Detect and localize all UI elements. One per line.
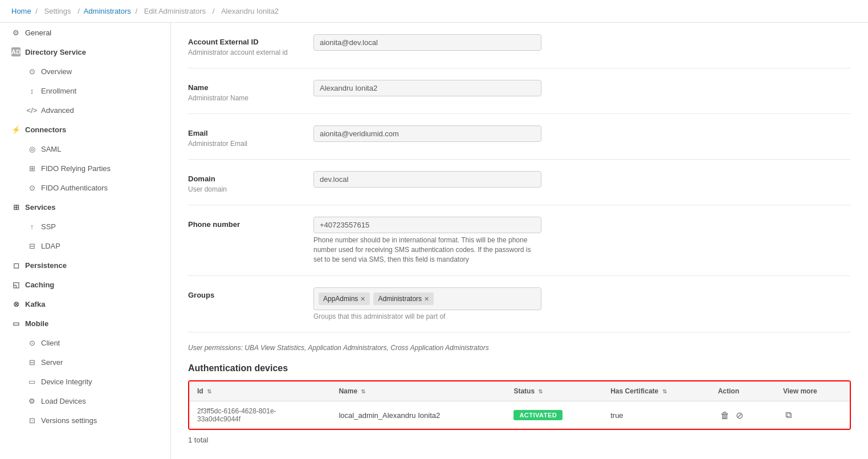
sort-id-icon: ⇅	[207, 388, 211, 395]
status-badge: ACTIVATED	[514, 410, 563, 420]
group-tag-appadmins-remove[interactable]: ✕	[360, 295, 365, 303]
name-sublabel: Administrator Name	[188, 94, 302, 102]
breadcrumb-administrators[interactable]: Administrators	[84, 7, 131, 15]
sidebar-item-saml[interactable]: ◎ SAML	[0, 139, 170, 159]
view-more-button[interactable]: ⧉	[783, 409, 794, 421]
sidebar-item-versions-settings[interactable]: ⊡ Versions settings	[0, 411, 170, 430]
cell-status: ACTIVATED	[506, 401, 602, 429]
sidebar-item-services[interactable]: ⊞ Services	[0, 197, 170, 217]
domain-label: Domain	[188, 174, 302, 183]
services-icon: ⊞	[11, 202, 21, 212]
email-input[interactable]	[313, 125, 541, 142]
groups-sublabel: Groups that this administrator will be p…	[313, 312, 541, 320]
col-action: Action	[710, 381, 775, 401]
sidebar-item-fido-relying-parties[interactable]: ⊞ FIDO Relying Parties	[0, 159, 170, 178]
sort-cert-icon: ⇅	[662, 388, 667, 395]
device-integrity-icon: ▭	[27, 377, 36, 386]
sort-status-icon: ⇅	[538, 388, 543, 395]
saml-icon: ◎	[27, 144, 36, 153]
cell-view-more: ⧉	[775, 401, 850, 429]
table-row: 2f3ff5dc-6166-4628-801e-33a0d4c9044f loc…	[189, 401, 850, 429]
sidebar-item-device-integrity[interactable]: ▭ Device Integrity	[0, 372, 170, 391]
form-row-account-external-id: Account External ID Administrator accoun…	[188, 34, 851, 68]
sidebar-item-mobile[interactable]: ▭ Mobile	[0, 314, 170, 333]
fido-icon: ⊞	[27, 164, 36, 173]
breadcrumb-home[interactable]: Home	[11, 7, 31, 15]
email-label: Email	[188, 129, 302, 137]
col-status[interactable]: Status ⇅	[506, 381, 602, 401]
auth-devices-table: Id ⇅ Name ⇅ Status ⇅ Has Certificate ⇅ A…	[189, 381, 850, 429]
domain-sublabel: User domain	[188, 185, 302, 193]
fido-auth-icon: ⊙	[27, 183, 36, 192]
name-label: Name	[188, 83, 302, 92]
phone-label: Phone number	[188, 220, 302, 229]
mobile-icon: ▭	[11, 319, 21, 328]
sidebar-item-advanced[interactable]: </> Advanced	[0, 100, 170, 120]
delete-button[interactable]: 🗑	[718, 409, 732, 422]
sidebar: ⚙ General AD Directory Service ⊙ Overvie…	[0, 23, 171, 459]
groups-container: AppAdmins ✕ Administrators ✕	[313, 287, 541, 310]
versions-icon: ⊡	[27, 416, 36, 425]
sidebar-item-overview[interactable]: ⊙ Overview	[0, 62, 170, 81]
name-input[interactable]	[313, 80, 541, 96]
cell-action: 🗑 ⊘	[710, 401, 775, 429]
sidebar-item-kafka[interactable]: ⊗ Kafka	[0, 294, 170, 314]
sidebar-label-general: General	[25, 29, 51, 37]
sidebar-item-server[interactable]: ⊟ Server	[0, 352, 170, 372]
group-tag-administrators: Administrators ✕	[373, 293, 434, 305]
sidebar-item-client[interactable]: ⊙ Client	[0, 333, 170, 352]
sidebar-item-fido-authenticators[interactable]: ⊙ FIDO Authenticators	[0, 178, 170, 197]
col-id[interactable]: Id ⇅	[189, 381, 331, 401]
form-row-name: Name Administrator Name	[188, 80, 851, 114]
group-tag-appadmins: AppAdmins ✕	[319, 293, 370, 305]
form-row-email: Email Administrator Email	[188, 125, 851, 160]
col-view-more: View more	[775, 381, 850, 401]
persistence-icon: ◻	[11, 261, 21, 270]
total-count: 1 total	[188, 436, 851, 444]
sidebar-item-enrollment[interactable]: ↕ Enrollment	[0, 81, 170, 100]
ssp-icon: ↑	[27, 222, 36, 231]
sidebar-item-ssp[interactable]: ↑ SSP	[0, 217, 170, 236]
auth-devices-title: Authentication devices	[188, 363, 851, 373]
sidebar-label-directory-service: Directory Service	[25, 48, 86, 56]
sort-name-icon: ⇅	[361, 388, 365, 395]
caching-icon: ◱	[11, 280, 21, 289]
col-name[interactable]: Name ⇅	[331, 381, 506, 401]
code-icon: </>	[27, 105, 36, 115]
kafka-icon: ⊗	[11, 299, 21, 308]
breadcrumb: Home / Settings / Administrators / Edit …	[0, 0, 868, 23]
phone-input[interactable]	[313, 217, 541, 233]
sidebar-item-persistence[interactable]: ◻ Persistence	[0, 255, 170, 275]
sidebar-item-directory-service[interactable]: AD Directory Service	[0, 42, 170, 62]
form-row-groups: Groups AppAdmins ✕ Administrators ✕ Grou…	[188, 287, 851, 332]
overview-icon: ⊙	[27, 67, 36, 76]
enrollment-icon: ↕	[27, 86, 36, 95]
account-external-id-label: Account External ID	[188, 38, 302, 46]
client-icon: ⊙	[27, 338, 36, 347]
account-external-id-input[interactable]	[313, 34, 541, 51]
settings-icon: ⚙	[11, 28, 21, 37]
email-sublabel: Administrator Email	[188, 140, 302, 148]
form-row-phone: Phone number Phone number should be in i…	[188, 217, 851, 276]
sidebar-item-ldap[interactable]: ⊟ LDAP	[0, 236, 170, 255]
sidebar-item-general[interactable]: ⚙ General	[0, 23, 170, 42]
group-tag-administrators-remove[interactable]: ✕	[424, 295, 429, 303]
sidebar-item-caching[interactable]: ◱ Caching	[0, 275, 170, 294]
account-external-id-sublabel: Administrator account external id	[188, 48, 302, 56]
main-content: Account External ID Administrator accoun…	[171, 23, 868, 459]
sidebar-item-load-devices[interactable]: ⚙ Load Devices	[0, 391, 170, 411]
connector-icon: ⚡	[11, 125, 21, 134]
domain-input[interactable]	[313, 171, 541, 188]
ldap-icon: ⊟	[27, 241, 36, 250]
col-has-certificate[interactable]: Has Certificate ⇅	[602, 381, 710, 401]
groups-label: Groups	[188, 291, 302, 299]
directory-icon: AD	[11, 47, 21, 56]
form-row-domain: Domain User domain	[188, 171, 851, 205]
permissions-note: User permissions: UBA View Statistics, A…	[188, 344, 851, 352]
sidebar-item-connectors[interactable]: ⚡ Connectors	[0, 120, 170, 139]
server-icon: ⊟	[27, 358, 36, 367]
cell-name: local_admin_Alexandru Ionita2	[331, 401, 506, 429]
auth-devices-table-wrapper: Id ⇅ Name ⇅ Status ⇅ Has Certificate ⇅ A…	[188, 380, 851, 430]
cell-has-certificate: true	[602, 401, 710, 429]
disable-button[interactable]: ⊘	[733, 409, 745, 422]
